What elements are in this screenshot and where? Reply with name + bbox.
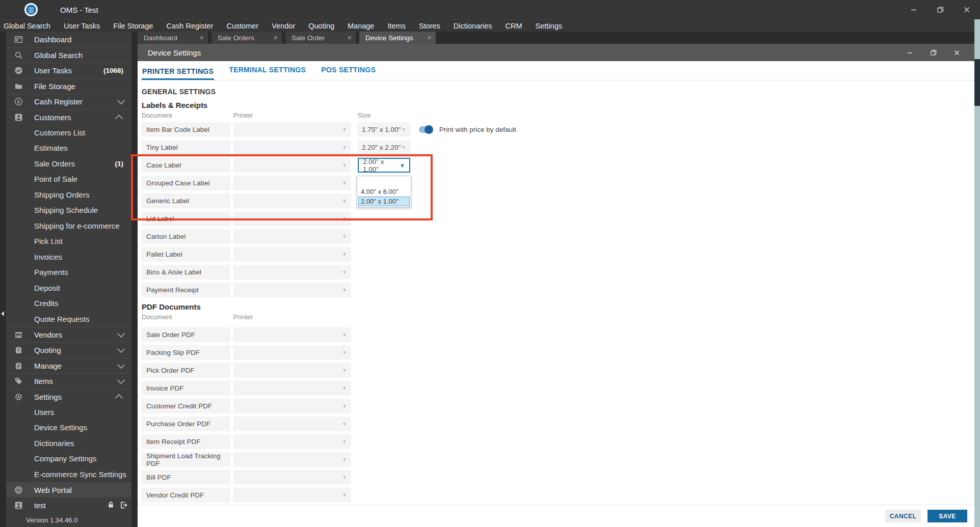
sidebar-item-web-portal[interactable]: Web Portal [6, 482, 131, 498]
chevron-up-icon[interactable] [115, 115, 123, 123]
sidebar-item-users[interactable]: Users [6, 404, 131, 420]
close-icon[interactable] [953, 0, 980, 19]
size-option-blank[interactable] [358, 177, 410, 187]
sidebar-item-deposit[interactable]: Deposit [6, 280, 131, 296]
sidebar-item-vendors[interactable]: Vendors [6, 327, 131, 343]
sidebar-item-dictionaries[interactable]: Dictionaries [6, 435, 131, 451]
printer-dropdown[interactable]: ▼ [233, 283, 351, 297]
minimize-icon[interactable] [900, 0, 927, 19]
menu-item-file-storage[interactable]: File Storage [107, 22, 160, 30]
restore-icon[interactable] [927, 0, 953, 19]
sidebar-item-customers[interactable]: Customers [6, 109, 131, 125]
size-option-2-00-x-1-00[interactable]: 2.00" x 1.00" [358, 197, 410, 206]
sidebar-item-items[interactable]: Items [6, 373, 131, 389]
tab-close-icon[interactable]: × [274, 34, 278, 41]
sidebar-item-shipping-orders[interactable]: Shipping Orders [6, 187, 131, 203]
menu-item-cash-register[interactable]: Cash Register [160, 22, 220, 30]
menu-item-stores[interactable]: Stores [412, 22, 447, 30]
printer-dropdown[interactable]: ▼ [233, 122, 351, 137]
printer-dropdown[interactable]: ▼ [233, 381, 351, 396]
tab-dashboard[interactable]: Dashboard× [138, 32, 208, 44]
sidebar-item-settings[interactable]: Settings [6, 389, 131, 405]
printer-dropdown[interactable]: ▼ [233, 265, 351, 280]
lock-icon[interactable] [107, 501, 115, 511]
tab-sale-orders[interactable]: Sale Orders× [211, 32, 282, 44]
sidebar-item-file-storage[interactable]: File Storage [6, 78, 131, 94]
sidebar-item-quoting[interactable]: ?Quoting [6, 342, 131, 358]
panel-minimize-icon[interactable] [898, 44, 921, 61]
printer-dropdown[interactable]: ▼ [233, 417, 351, 431]
sidebar-item-device-settings[interactable]: Device Settings [6, 420, 131, 436]
printer-dropdown[interactable]: ▼ [233, 488, 351, 503]
panel-close-icon[interactable] [945, 44, 968, 61]
chevron-up-icon[interactable] [115, 394, 123, 402]
sidebar-item-dashboard[interactable]: Dashboard [6, 32, 131, 47]
vertical-scrollbar[interactable] [974, 19, 980, 527]
printer-dropdown[interactable]: ▼ [233, 345, 351, 360]
printer-dropdown[interactable]: ▼ [233, 158, 351, 173]
chevron-down-icon[interactable] [117, 329, 125, 338]
size-dropdown[interactable]: 2.20" x 2.20"▼ [358, 140, 410, 155]
menu-item-customer[interactable]: Customer [220, 22, 265, 30]
menu-item-manage[interactable]: Manage [341, 22, 381, 30]
sidebar-item-quote-requests[interactable]: Quote Requests [6, 311, 131, 327]
tab-close-icon[interactable]: × [200, 34, 204, 41]
print-price-toggle[interactable] [419, 126, 433, 133]
printer-dropdown[interactable]: ▼ [233, 193, 351, 208]
sidebar-item-invoices[interactable]: Invoices [6, 249, 131, 265]
tab-terminal-settings[interactable]: TERMINAL SETTINGS [228, 66, 306, 80]
sidebar-item-cash-register[interactable]: $Cash Register [6, 94, 131, 109]
tab-sale-order[interactable]: Sale Order× [285, 32, 356, 44]
printer-dropdown[interactable]: ▼ [233, 327, 351, 342]
menu-item-crm[interactable]: CRM [499, 22, 529, 30]
sidebar-item-global-search[interactable]: Global Search [6, 47, 131, 63]
sidebar-item-shipping-for-e-commerce[interactable]: Shipping for e-commerce [6, 218, 131, 234]
sidebar-item-point-of-sale[interactable]: Point of Sale [6, 172, 131, 187]
sidebar-item-shipping-schedule[interactable]: Shipping Schedule [6, 203, 131, 218]
menu-item-global-search[interactable]: Global Search [0, 22, 57, 30]
sidebar-item-manage[interactable]: Manage [6, 358, 131, 374]
sidebar-item-user-tasks[interactable]: User Tasks(1068) [6, 63, 131, 78]
printer-dropdown[interactable]: ▼ [233, 229, 351, 244]
sidebar-item-e-commerce-sync-settings[interactable]: E-commerce Sync Settings [6, 466, 131, 482]
sidebar-item-pick-list[interactable]: Pick List [6, 234, 131, 249]
size-option-4-00-x-6-00[interactable]: 4.00" x 6.00" [358, 187, 410, 197]
sidebar-item-estimates[interactable]: Estimates [6, 141, 131, 156]
printer-dropdown[interactable]: ▼ [233, 176, 351, 190]
printer-dropdown[interactable]: ▼ [233, 399, 351, 413]
printer-dropdown[interactable]: ▼ [233, 211, 351, 226]
printer-dropdown[interactable]: ▼ [233, 452, 351, 467]
printer-dropdown[interactable]: ▼ [233, 470, 351, 485]
tab-device-settings[interactable]: Device Settings× [359, 32, 436, 44]
sidebar-item-customers-list[interactable]: Customers List [6, 125, 131, 141]
printer-dropdown[interactable]: ▼ [233, 247, 351, 262]
tab-printer-settings[interactable]: PRINTER SETTINGS [142, 67, 214, 80]
sidebar-item-sale-orders[interactable]: Sale Orders(1) [6, 156, 131, 172]
menu-item-quoting[interactable]: Quoting [302, 22, 341, 30]
size-dropdown-open[interactable]: 2.00" x 1.00"▼ [358, 158, 410, 173]
size-dropdown[interactable]: 1.75" x 1.00"▼ [358, 122, 410, 137]
printer-dropdown[interactable]: ▼ [233, 140, 351, 155]
menu-item-vendor[interactable]: Vendor [265, 22, 302, 30]
menu-item-items[interactable]: Items [381, 22, 412, 30]
sidebar-item-company-settings[interactable]: Company Settings [6, 451, 131, 467]
menu-item-dictionaries[interactable]: Dictionaries [447, 22, 499, 30]
cancel-button[interactable]: CANCEL [885, 510, 921, 522]
panel-restore-icon[interactable] [921, 44, 945, 61]
save-button[interactable]: SAVE [928, 510, 967, 522]
chevron-down-icon[interactable] [117, 97, 125, 105]
sidebar-item-credits[interactable]: Credits [6, 296, 131, 312]
printer-dropdown[interactable]: ▼ [233, 434, 351, 449]
tab-close-icon[interactable]: × [428, 34, 432, 41]
printer-dropdown[interactable]: ▼ [233, 363, 351, 378]
scrollbar-thumb[interactable] [974, 59, 980, 106]
tab-pos-settings[interactable]: POS SETTINGS [321, 66, 376, 80]
logout-icon[interactable] [119, 501, 127, 511]
chevron-down-icon[interactable] [117, 360, 125, 369]
collapse-sidebar-arrow-icon[interactable] [1, 311, 4, 316]
menu-item-user-tasks[interactable]: User Tasks [57, 22, 107, 30]
chevron-down-icon[interactable] [117, 345, 125, 353]
sidebar-item-payments[interactable]: Payments [6, 265, 131, 281]
tab-close-icon[interactable]: × [348, 34, 352, 41]
menu-item-settings[interactable]: Settings [529, 22, 569, 30]
